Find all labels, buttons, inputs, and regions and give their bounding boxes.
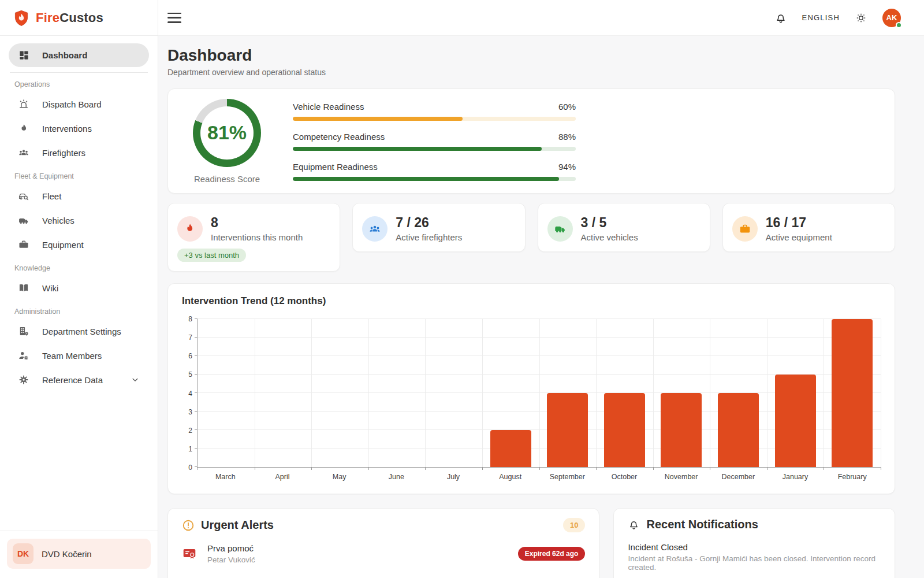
sidebar-item-dashboard[interactable]: Dashboard [9, 43, 149, 67]
y-tick [195, 355, 198, 356]
gridline [368, 319, 369, 467]
readiness-score: 81% [207, 121, 247, 144]
stat-card-equipment: 16 / 17 Active equipment [722, 203, 895, 252]
sidebar-item-team-members[interactable]: Team Members [9, 343, 149, 368]
alerts-title: Urgent Alerts [201, 518, 274, 532]
gridline [425, 319, 426, 467]
y-tick [195, 392, 198, 393]
warning-circle-icon [182, 519, 195, 532]
fire-truck-icon [547, 216, 573, 242]
sidebar: FireCustos Dashboard Operations Dispatch… [0, 0, 158, 578]
sidebar-item-equipment[interactable]: Equipment [9, 232, 149, 257]
brand-name: FireCustos [36, 10, 103, 25]
section-label-administration: Administration [14, 307, 143, 316]
chart-bar-august[interactable] [490, 430, 531, 467]
sidebar-item-label: Interventions [42, 124, 92, 134]
account-avatar[interactable]: AK [882, 9, 901, 27]
sidebar-item-firefighters[interactable]: Firefighters [9, 140, 149, 165]
notifications-title: Recent Notifications [646, 518, 758, 531]
car-search-icon [18, 190, 29, 202]
gridline [539, 319, 540, 467]
expired-badge: Expired 62d ago [518, 547, 586, 561]
certificate-icon [182, 546, 197, 561]
user-profile-button[interactable]: DK DVD Kočerin [7, 539, 151, 569]
people-icon [362, 216, 388, 242]
siren-icon [18, 98, 29, 110]
sidebar-item-department-settings[interactable]: Department Settings [9, 319, 149, 343]
chart-bar-october[interactable] [604, 393, 645, 467]
sidebar-item-label: Wiki [42, 283, 58, 293]
stat-value: 7 / 26 [396, 215, 462, 231]
sidebar-item-label: Equipment [42, 240, 84, 250]
x-axis-tick: October [612, 473, 637, 481]
sidebar-item-label: Vehicles [42, 216, 74, 225]
gridline [311, 319, 312, 467]
chart-bar-december[interactable] [718, 393, 759, 467]
sidebar-item-fleet[interactable]: Fleet [9, 184, 149, 208]
menu-icon[interactable] [167, 13, 181, 23]
main-area: ENGLISH AK Dashboard Department overview… [158, 0, 924, 578]
dashboard-content: Dashboard Department overview and operat… [158, 36, 924, 578]
bell-icon[interactable] [774, 12, 787, 24]
intervention-chart-ylabels: 012345678 [182, 319, 197, 468]
progress-fill [293, 117, 463, 121]
recent-notifications-card: Recent Notifications Incident Closed Inc… [613, 508, 895, 578]
chart-title: Intervention Trend (12 months) [182, 295, 881, 307]
x-axis-tick: January [783, 473, 808, 481]
avatar-initials: AK [886, 13, 897, 22]
gear-icon [18, 374, 29, 386]
metric-value: 94% [558, 162, 576, 172]
people-icon [18, 147, 29, 158]
topbar: ENGLISH AK [158, 0, 924, 36]
language-selector[interactable]: ENGLISH [802, 13, 840, 22]
page-title: Dashboard [167, 46, 895, 65]
sidebar-item-label: Firefighters [42, 148, 85, 158]
x-tick [881, 467, 881, 470]
stat-card-interventions: 8 Interventions this month +3 vs last mo… [167, 203, 340, 272]
gridline [482, 319, 483, 467]
toolbox-icon [732, 216, 758, 242]
progress-fill [293, 177, 559, 181]
x-axis-tick: May [333, 473, 346, 481]
x-axis-tick: December [721, 473, 755, 481]
sidebar-item-label: Fleet [42, 191, 61, 201]
bell-icon [628, 518, 640, 531]
sidebar-nav: Dashboard Operations Dispatch Board Inte… [0, 36, 158, 531]
y-axis-tick: 7 [188, 334, 192, 342]
alert-list-item[interactable]: Prva pomoć Petar Vuković Expired 62d ago [182, 543, 585, 564]
stat-label: Active equipment [766, 232, 832, 242]
x-axis-tick: April [275, 473, 289, 481]
x-axis-tick: September [550, 473, 585, 481]
y-tick [195, 318, 198, 319]
y-axis-tick: 2 [188, 427, 192, 435]
stat-value: 16 / 17 [766, 215, 832, 231]
sidebar-item-reference-data[interactable]: Reference Data [9, 368, 149, 392]
alerts-count-badge: 10 [563, 518, 585, 532]
metric-label: Equipment Readiness [293, 162, 378, 172]
chart-bar-february[interactable] [832, 319, 873, 467]
y-tick [195, 374, 198, 375]
sidebar-item-interventions[interactable]: Interventions [9, 116, 149, 140]
metric-label: Vehicle Readiness [293, 102, 364, 112]
chart-bar-november[interactable] [661, 393, 702, 467]
y-tick [195, 429, 198, 430]
notification-list-item[interactable]: Incident Closed Incident at Rošuša - Gor… [628, 542, 881, 572]
y-axis-tick: 1 [188, 445, 192, 453]
metric-value: 60% [558, 102, 576, 112]
sidebar-item-wiki[interactable]: Wiki [9, 276, 149, 300]
shield-flame-icon [13, 9, 30, 27]
y-axis-tick: 4 [188, 390, 192, 398]
metric-label: Competency Readiness [293, 132, 385, 142]
progress-track [293, 177, 576, 181]
certificate-icon [182, 575, 197, 578]
sidebar-item-dispatch-board[interactable]: Dispatch Board [9, 92, 149, 116]
alert-list-item[interactable]: Prva pomoć [182, 575, 585, 578]
sidebar-footer: DK DVD Kočerin [0, 531, 158, 578]
chevron-down-icon [131, 375, 140, 384]
stat-card-firefighters: 7 / 26 Active firefighters [352, 203, 525, 252]
brightness-icon[interactable] [855, 12, 867, 24]
metric-vehicle-readiness: Vehicle Readiness60% [293, 102, 576, 121]
chart-bar-september[interactable] [547, 393, 588, 467]
chart-bar-january[interactable] [775, 375, 816, 467]
sidebar-item-vehicles[interactable]: Vehicles [9, 208, 149, 232]
